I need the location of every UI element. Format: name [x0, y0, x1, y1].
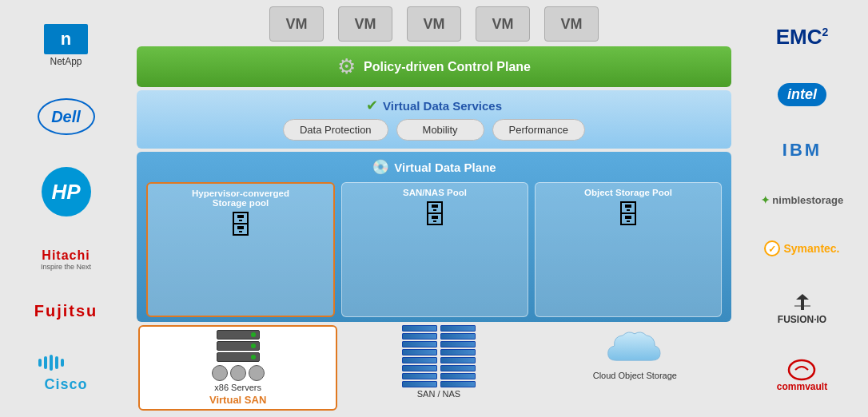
emc-label: EMC2	[776, 25, 829, 50]
vm-box-3: VM	[407, 6, 461, 42]
intel-label: intel	[778, 83, 826, 106]
cloud-icon	[603, 325, 667, 369]
hitachi-logo: Hitachi Inspire the Next	[41, 248, 91, 271]
disk-2	[230, 365, 246, 381]
vds-header: ✔ Virtual Data Services	[149, 97, 719, 114]
gear-icon: ⚙	[337, 54, 356, 79]
san-nas-item: SAN / NAS	[344, 325, 533, 411]
san-nas-pool: SAN/NAS Pool 🗄	[341, 182, 528, 317]
vm-row: VM VM VM VM VM	[137, 6, 731, 42]
san-rack-1	[402, 325, 437, 387]
x86-label: x86 Servers	[214, 383, 261, 392]
nimble-logo: ✦ nimblestorage	[761, 194, 843, 206]
vdp-header: 💿 Virtual Data Plane	[146, 158, 722, 176]
san-rack-2	[440, 325, 476, 387]
ibm-logo: IBM	[782, 140, 822, 161]
server-stack	[217, 330, 260, 362]
right-sidebar: EMC2 intel IBM ✦ nimblestorage ✓ Symante…	[736, 0, 868, 417]
object-storage-pool: Object Storage Pool 🗄	[535, 182, 722, 317]
server-unit-2	[217, 341, 260, 351]
commvault-logo: commvault	[777, 359, 827, 392]
bottom-row: x86 Servers Virtual SAN	[137, 322, 731, 411]
commvault-label: commvault	[777, 381, 827, 392]
vm-box-1: VM	[269, 6, 324, 42]
disk-units	[212, 365, 265, 381]
main-container: n NetApp Dell HP Hitachi Inspire the Nex…	[0, 0, 868, 417]
san-group	[402, 325, 476, 387]
hitachi-sub: Inspire the Next	[41, 263, 91, 271]
netapp-label: NetApp	[50, 56, 82, 67]
cisco-icon	[34, 352, 98, 376]
dell-logo: Dell	[38, 98, 95, 135]
hp-label: HP	[51, 180, 80, 205]
center-content: VM VM VM VM VM ⚙ Policy-driven Control P…	[132, 0, 736, 417]
vds-section: ✔ Virtual Data Services Data Protection …	[137, 90, 731, 149]
control-plane: ⚙ Policy-driven Control Plane	[137, 46, 731, 87]
hypervisor-pool-label: Hypervisor-convergedStorage pool	[192, 189, 289, 208]
vm-box-2: VM	[338, 6, 392, 42]
hypervisor-pool: Hypervisor-convergedStorage pool 🗄	[146, 182, 335, 317]
svg-point-8	[789, 360, 814, 379]
virtual-san-label: Virtual SAN	[209, 394, 266, 406]
virtual-san-item: x86 Servers Virtual SAN	[138, 325, 337, 411]
server-unit-1	[217, 330, 260, 340]
fusion-icon	[786, 290, 818, 314]
symantec-label: Symantec.	[783, 242, 839, 255]
nimble-label: ✦ nimblestorage	[761, 194, 843, 206]
mobility-button[interactable]: Mobility	[396, 119, 484, 141]
san-nas-label: SAN / NAS	[417, 389, 460, 399]
intel-logo: intel	[778, 83, 826, 106]
svg-rect-2	[50, 355, 53, 371]
vds-title: Virtual Data Services	[383, 99, 502, 113]
svg-rect-4	[61, 359, 64, 367]
db-icon-3: 🗄	[615, 201, 641, 230]
vm-box-5: VM	[544, 6, 599, 42]
dell-label: Dell	[51, 108, 81, 126]
data-protection-button[interactable]: Data Protection	[283, 119, 388, 141]
checkmark-icon: ✔	[366, 97, 378, 114]
vds-buttons: Data Protection Mobility Performance	[149, 119, 719, 141]
cisco-logo: Cisco	[34, 352, 98, 393]
svg-rect-0	[38, 359, 42, 367]
netapp-logo: n NetApp	[44, 24, 88, 67]
svg-rect-1	[44, 356, 47, 369]
server-unit-3	[217, 352, 260, 362]
emc-logo: EMC2	[776, 25, 829, 50]
symantec-icon: ✓	[764, 240, 780, 256]
fusion-logo: FUSION·io	[778, 290, 826, 325]
svg-text:✓: ✓	[768, 244, 776, 255]
storage-icon: 💿	[372, 158, 389, 176]
disk-3	[249, 365, 265, 381]
object-pool-label: Object Storage Pool	[584, 188, 672, 197]
vdp-title: Virtual Data Plane	[394, 161, 496, 174]
fujitsu-label: Fujitsu	[34, 302, 98, 320]
fusion-label: FUSION·io	[778, 314, 826, 325]
db-icon-1: 🗄	[228, 211, 253, 240]
performance-button[interactable]: Performance	[492, 119, 585, 141]
db-icon-2: 🗄	[422, 201, 448, 230]
control-plane-label: Policy-driven Control Plane	[364, 60, 531, 74]
symantec-logo: ✓ Symantec.	[764, 240, 839, 256]
commvault-icon	[787, 359, 816, 381]
cloud-storage-item: Cloud Object Storage	[540, 325, 730, 411]
left-sidebar: n NetApp Dell HP Hitachi Inspire the Nex…	[0, 0, 132, 417]
pools-row: Hypervisor-convergedStorage pool 🗄 SAN/N…	[146, 182, 722, 317]
san-nas-pool-label: SAN/NAS Pool	[403, 188, 467, 197]
disk-1	[212, 365, 228, 381]
hp-logo: HP	[42, 167, 91, 216]
cisco-label: Cisco	[44, 376, 87, 393]
hitachi-label: Hitachi	[42, 248, 90, 263]
ibm-label: IBM	[782, 140, 822, 161]
vm-box-4: VM	[476, 6, 530, 42]
svg-rect-3	[55, 356, 58, 369]
cloud-label: Cloud Object Storage	[593, 371, 677, 380]
fujitsu-logo: Fujitsu	[34, 302, 98, 320]
vdp-section: 💿 Virtual Data Plane Hypervisor-converge…	[137, 152, 731, 322]
